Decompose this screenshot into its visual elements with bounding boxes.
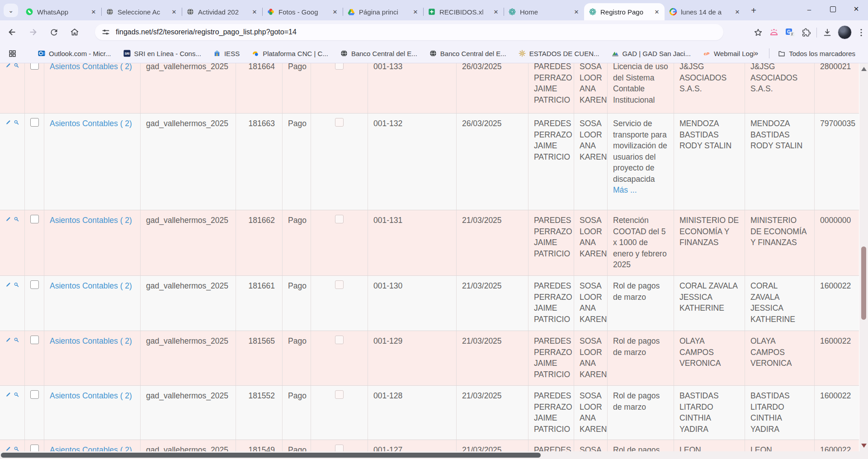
apps-grid-button[interactable]: [5, 47, 20, 60]
home-button[interactable]: [68, 25, 81, 39]
tab-fotos-goog[interactable]: Fotos - Goog✕: [262, 3, 343, 20]
close-tab-icon[interactable]: ✕: [90, 8, 98, 16]
kebab-menu-icon[interactable]: [857, 28, 865, 38]
all-bookmarks-button[interactable]: Todos los marcadores: [774, 47, 859, 59]
sheets-icon: [428, 8, 436, 16]
tab-registro-pago[interactable]: Registro Pago✕: [584, 3, 665, 20]
bookmark-plataforma-cnc-c[interactable]: Plataforma CNC | C...: [248, 47, 332, 59]
row-flag-checkbox[interactable]: [335, 118, 344, 127]
view-magnifier-icon[interactable]: [14, 390, 19, 399]
downloads-icon[interactable]: [822, 28, 832, 38]
more-link[interactable]: Más ...: [613, 185, 637, 194]
cell-link: Asientos Contables ( 2): [44, 114, 141, 210]
reload-button[interactable]: [47, 25, 61, 39]
tab-strip: ⌄ WhatsApp✕Seleccione Ac✕Actividad 202✕F…: [0, 0, 868, 20]
edit-pencil-icon[interactable]: [5, 280, 11, 289]
tab-recibidos-xl[interactable]: RECIBIDOS.xl✕: [423, 3, 504, 20]
bookmark-webmail-login[interactable]: cPWebmail Login: [699, 47, 754, 59]
row-checkbox[interactable]: [30, 336, 39, 344]
asientos-contables-link[interactable]: Asientos Contables ( 2): [50, 119, 132, 128]
row-checkbox[interactable]: [30, 215, 39, 223]
cell-doc: 001-129: [368, 331, 457, 386]
cell-ben1: MENDOZA BASTIDAS RODY STALIN: [674, 114, 745, 210]
profile-avatar[interactable]: [838, 25, 852, 39]
tab-whatsapp[interactable]: WhatsApp✕: [21, 3, 101, 20]
edit-pencil-icon[interactable]: [5, 118, 11, 127]
minimize-button[interactable]: –: [797, 0, 821, 18]
close-tab-icon[interactable]: ✕: [331, 8, 339, 16]
bookmark-banco-central-del-e[interactable]: Banco Central del E...: [336, 47, 421, 59]
row-flag-checkbox[interactable]: [335, 280, 344, 289]
vertical-scrollbar-thumb[interactable]: [861, 246, 866, 320]
address-bar[interactable]: fingads.net/sf2/tesoreria/registro_pago_…: [95, 24, 723, 40]
new-tab-button[interactable]: +: [747, 4, 760, 17]
view-magnifier-icon[interactable]: [14, 336, 19, 344]
tab-lunes-14-de-a[interactable]: lunes 14 de a✕: [665, 3, 745, 20]
bookmark-banco-central-del-e[interactable]: Banco Central del E...: [425, 47, 510, 59]
tab-actividad-202[interactable]: Actividad 202✕: [182, 3, 262, 20]
row-checkbox[interactable]: [30, 280, 39, 289]
tab-seleccione-ac[interactable]: Seleccione Ac✕: [101, 3, 182, 20]
row-checkbox[interactable]: [30, 390, 39, 399]
row-flag-checkbox[interactable]: [335, 336, 344, 344]
cell-id: 181661: [236, 276, 283, 331]
maximize-button[interactable]: [821, 0, 844, 18]
bookmarks-overflow-button[interactable]: »: [754, 49, 758, 58]
tab-title: Página princi: [359, 8, 411, 16]
cell-tipo: Pago: [283, 63, 311, 114]
bookmark-gad-gad-san-jaci[interactable]: GAD | GAD San Jaci...: [608, 47, 694, 59]
cnc-icon: [251, 49, 259, 57]
scroll-up-arrow-icon[interactable]: [861, 67, 867, 71]
row-flag-checkbox[interactable]: [335, 63, 344, 70]
extensions-puzzle-icon[interactable]: [801, 28, 811, 38]
bookmark-estados-de-cuen[interactable]: ESTADOS DE CUEN...: [514, 47, 603, 59]
cell-check2: [311, 386, 368, 440]
asientos-contables-link[interactable]: Asientos Contables ( 2): [50, 336, 132, 345]
tab-home[interactable]: Home✕: [504, 3, 584, 20]
view-magnifier-icon[interactable]: [14, 118, 19, 127]
tab-search-button[interactable]: ⌄: [4, 4, 18, 17]
edit-pencil-icon[interactable]: [5, 215, 11, 223]
vertical-scrollbar[interactable]: [859, 63, 868, 451]
row-checkbox[interactable]: [30, 63, 39, 70]
row-flag-checkbox[interactable]: [335, 390, 344, 399]
bookmark-label: GAD | GAD San Jaci...: [623, 50, 691, 57]
close-tab-icon[interactable]: ✕: [653, 8, 661, 16]
bookmark-iess[interactable]: IESS: [209, 47, 243, 59]
row-checkbox[interactable]: [30, 118, 39, 127]
close-tab-icon[interactable]: ✕: [411, 8, 420, 16]
back-button[interactable]: [5, 25, 19, 39]
asientos-contables-link[interactable]: Asientos Contables ( 2): [50, 216, 132, 225]
asientos-contables-link[interactable]: Asientos Contables ( 2): [50, 281, 132, 290]
cell-check2: [311, 114, 368, 210]
scroll-down-arrow-icon[interactable]: [861, 444, 867, 448]
forward-button[interactable]: [26, 25, 40, 39]
cell-date: 21/03/2025: [457, 386, 528, 440]
tab-p-gina-princi[interactable]: Página princi✕: [343, 3, 423, 20]
row-flag-checkbox[interactable]: [335, 215, 344, 223]
horizontal-scrollbar[interactable]: [0, 451, 859, 459]
close-tab-icon[interactable]: ✕: [733, 8, 741, 16]
view-magnifier-icon[interactable]: [14, 63, 19, 70]
close-button[interactable]: ✕: [844, 0, 868, 18]
bookmark-sri-en-l-nea-cons[interactable]: SRISRI en Línea - Cons...: [119, 47, 205, 59]
bookmark-star-icon[interactable]: [753, 28, 763, 38]
bookmark-outlook-com-micr[interactable]: Outlook.com - Micr...: [34, 47, 115, 59]
asientos-contables-link[interactable]: Asientos Contables ( 2): [50, 391, 132, 400]
edit-pencil-icon[interactable]: [5, 336, 11, 344]
cell-icons: [0, 386, 25, 440]
edit-pencil-icon[interactable]: [5, 390, 11, 399]
horizontal-scrollbar-thumb[interactable]: [1, 453, 541, 458]
edit-pencil-icon[interactable]: [5, 63, 11, 70]
bookmarks-divider-2: [769, 48, 769, 58]
translate-icon[interactable]: G: [785, 27, 796, 38]
close-tab-icon[interactable]: ✕: [492, 8, 500, 16]
asientos-contables-link[interactable]: Asientos Contables ( 2): [50, 63, 132, 71]
view-magnifier-icon[interactable]: [14, 215, 19, 223]
view-magnifier-icon[interactable]: [14, 280, 19, 289]
close-tab-icon[interactable]: ✕: [250, 8, 259, 16]
cell-acct: 1600022: [815, 276, 859, 331]
pink-extension-icon[interactable]: [769, 28, 779, 38]
close-tab-icon[interactable]: ✕: [170, 8, 178, 16]
close-tab-icon[interactable]: ✕: [572, 8, 580, 16]
